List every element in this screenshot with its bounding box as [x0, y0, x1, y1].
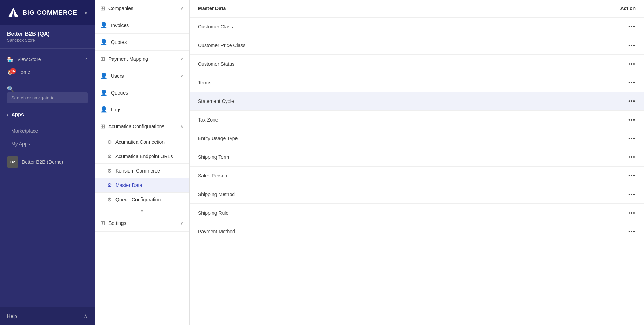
table-row: Statement Cycle •••	[190, 92, 644, 111]
companies-label: Companies	[108, 6, 133, 11]
scroll-down-icon: ▾	[141, 208, 143, 213]
settings-label: Settings	[108, 220, 126, 226]
acumatica-connection-icon: ⚙	[107, 139, 112, 145]
master-data-column-header: Master Data	[190, 0, 493, 17]
middle-item-logs[interactable]: 👤 Logs	[95, 101, 189, 118]
table-row: Sales Person •••	[190, 167, 644, 185]
view-store-label: View Store	[17, 57, 41, 62]
action-button-statement-cycle[interactable]: •••	[493, 92, 644, 111]
acumatica-chevron-icon: ∧	[180, 124, 184, 129]
bigcommerce-logo-icon	[7, 6, 20, 19]
sub-item-master-data[interactable]: ⚙ Master Data	[95, 178, 189, 193]
invoices-label: Invoices	[111, 22, 129, 28]
store-name: Better B2B (QA)	[7, 31, 88, 37]
row-label-tax-zone: Tax Zone	[190, 111, 493, 129]
action-button-customer-price-class[interactable]: •••	[493, 36, 644, 55]
search-input[interactable]	[7, 92, 88, 103]
app-item-better-b2b[interactable]: B2 Better B2B (Demo)	[0, 153, 95, 171]
companies-chevron-icon: ∨	[180, 6, 184, 11]
row-label-sales-person: Sales Person	[190, 167, 493, 185]
master-data-label: Master Data	[115, 182, 142, 188]
sidebar-footer: Help ∧	[0, 307, 95, 325]
kensium-label: Kensium Commerce	[115, 168, 160, 174]
logo-area: BIG COMMERCE	[7, 6, 77, 19]
sidebar-item-home[interactable]: 🏠 16 Home	[0, 66, 95, 78]
acumatica-label: Acumatica Configurations	[108, 124, 165, 129]
table-header-row: Master Data Action	[190, 0, 644, 17]
external-link-icon: ↗	[84, 57, 88, 62]
table-row: Shipping Term •••	[190, 148, 644, 167]
action-button-sales-person[interactable]: •••	[493, 167, 644, 185]
action-button-entity-usage-type[interactable]: •••	[493, 129, 644, 148]
middle-item-payment-mapping[interactable]: ⊞ Payment Mapping ∨	[95, 51, 189, 67]
middle-item-invoices[interactable]: 👤 Invoices	[95, 17, 189, 34]
brand-name: BIG COMMERCE	[22, 9, 77, 17]
help-chevron-icon: ∧	[84, 313, 88, 319]
store-subtitle: Sandbox Store	[7, 38, 88, 43]
apps-label: Apps	[12, 112, 24, 117]
sidebar: BIG COMMERCE « Better B2B (QA) Sandbox S…	[0, 0, 95, 325]
sidebar-item-view-store[interactable]: 🏪 View Store ↗	[0, 53, 95, 66]
sidebar-nav: 🏪 View Store ↗ 🏠 16 Home	[0, 49, 95, 83]
master-data-icon: ⚙	[107, 182, 112, 188]
table-row: Entity Usage Type •••	[190, 129, 644, 148]
sidebar-item-marketplace[interactable]: Marketplace	[0, 125, 95, 137]
payment-mapping-label: Payment Mapping	[108, 56, 148, 62]
queues-label: Queues	[111, 90, 128, 96]
sidebar-item-my-apps[interactable]: My Apps	[0, 137, 95, 150]
action-button-customer-class[interactable]: •••	[493, 17, 644, 36]
table-row: Customer Price Class •••	[190, 36, 644, 55]
action-button-payment-method[interactable]: •••	[493, 222, 644, 241]
sub-item-kensium-commerce[interactable]: ⚙ Kensium Commerce	[95, 164, 189, 178]
store-icon: 🏪	[7, 57, 13, 62]
table-row: Customer Status •••	[190, 55, 644, 73]
action-button-shipping-rule[interactable]: •••	[493, 204, 644, 222]
scroll-down-indicator: ▾	[95, 207, 189, 215]
acumatica-endpoint-icon: ⚙	[107, 154, 112, 159]
table-row: Shipping Method •••	[190, 185, 644, 204]
middle-item-companies[interactable]: ⊞ Companies ∨	[95, 0, 189, 17]
sidebar-header: BIG COMMERCE «	[0, 0, 95, 25]
action-button-shipping-term[interactable]: •••	[493, 148, 644, 167]
middle-panel: ⊞ Companies ∨ 👤 Invoices 👤 Quotes ⊞ Paym…	[95, 0, 190, 325]
store-info: Better B2B (QA) Sandbox Store	[0, 25, 95, 49]
action-button-tax-zone[interactable]: •••	[493, 111, 644, 129]
table-row: Customer Class •••	[190, 17, 644, 36]
acumatica-icon: ⊞	[100, 123, 105, 130]
action-button-customer-status[interactable]: •••	[493, 55, 644, 73]
row-label-entity-usage-type: Entity Usage Type	[190, 129, 493, 148]
row-label-shipping-rule: Shipping Rule	[190, 204, 493, 222]
settings-icon: ⊞	[100, 220, 105, 226]
apps-back-button[interactable]: ‹ Apps	[0, 108, 95, 122]
action-button-terms[interactable]: •••	[493, 73, 644, 92]
table-row: Tax Zone •••	[190, 111, 644, 129]
queues-icon: 👤	[100, 89, 107, 96]
companies-icon: ⊞	[100, 5, 105, 12]
sub-item-queue-configuration[interactable]: ⚙ Queue Configuration	[95, 193, 189, 207]
middle-item-acumatica-configurations[interactable]: ⊞ Acumatica Configurations ∧	[95, 118, 189, 135]
sidebar-collapse-button[interactable]: «	[85, 9, 88, 16]
row-label-shipping-method: Shipping Method	[190, 185, 493, 204]
quotes-icon: 👤	[100, 39, 107, 45]
users-label: Users	[111, 73, 124, 79]
action-button-shipping-method[interactable]: •••	[493, 185, 644, 204]
sub-item-acumatica-connection[interactable]: ⚙ Acumatica Connection	[95, 135, 189, 149]
table-row: Payment Method •••	[190, 222, 644, 241]
sub-item-acumatica-endpoint-urls[interactable]: ⚙ Acumatica Endpoint URLs	[95, 149, 189, 164]
middle-item-users[interactable]: 👤 Users ∨	[95, 67, 189, 84]
app-icon-b2b: B2	[7, 156, 18, 168]
queue-config-icon: ⚙	[107, 197, 112, 202]
users-chevron-icon: ∨	[180, 73, 184, 78]
row-label-payment-method: Payment Method	[190, 222, 493, 241]
main-content: Master Data Action Customer Class ••• Cu…	[190, 0, 644, 325]
middle-item-queues[interactable]: 👤 Queues	[95, 84, 189, 101]
quotes-label: Quotes	[111, 39, 127, 45]
users-icon: 👤	[100, 72, 107, 79]
help-label[interactable]: Help	[7, 313, 17, 319]
middle-item-settings[interactable]: ⊞ Settings ∨	[95, 215, 189, 232]
middle-item-quotes[interactable]: 👤 Quotes	[95, 34, 189, 51]
acumatica-endpoint-label: Acumatica Endpoint URLs	[115, 154, 173, 159]
logs-icon: 👤	[100, 106, 107, 113]
home-label: Home	[17, 69, 30, 75]
search-icon: 🔍	[7, 86, 14, 92]
